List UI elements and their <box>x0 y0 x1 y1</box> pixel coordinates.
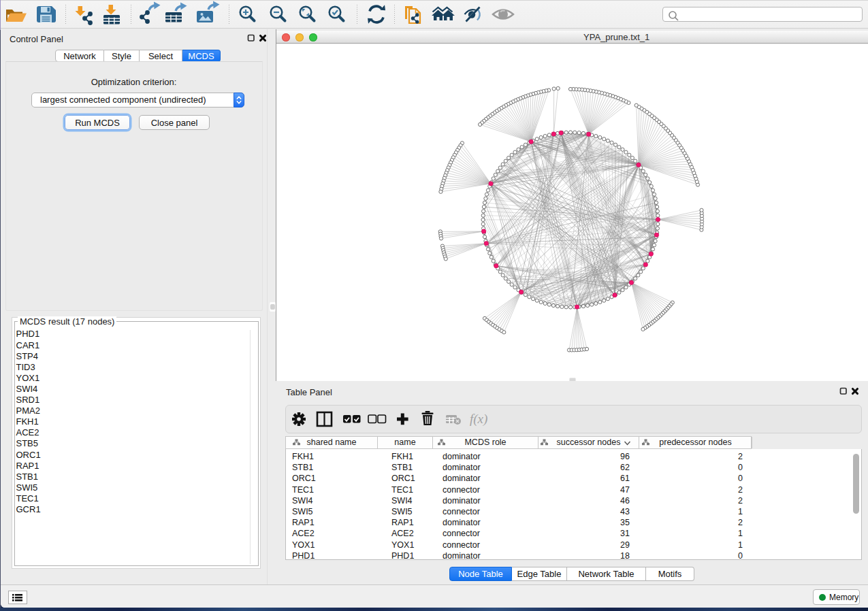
svg-text:f(x): f(x) <box>470 412 487 427</box>
